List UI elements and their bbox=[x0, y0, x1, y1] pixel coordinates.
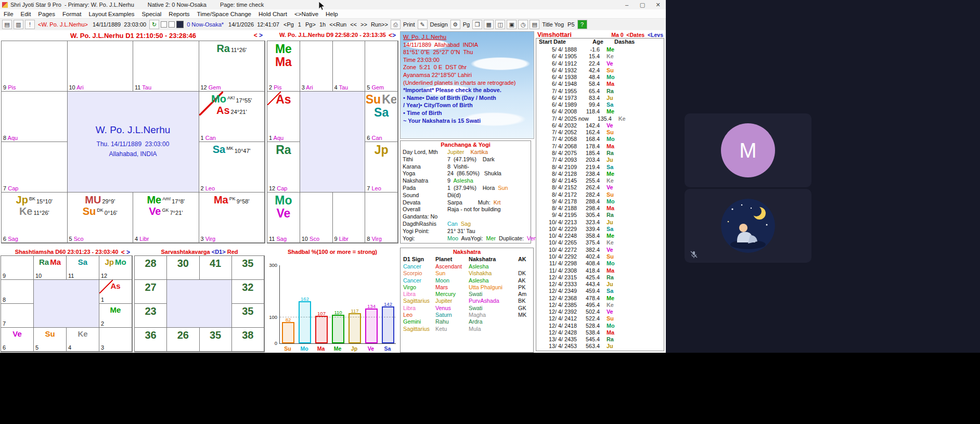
chart-cell-Leo[interactable]: SaMK10°47'2 Leo bbox=[199, 142, 265, 192]
help-icon[interactable]: ? bbox=[577, 20, 587, 29]
list-page-icon[interactable]: ▥ bbox=[14, 20, 23, 29]
dasha-row[interactable]: 5/ 4/ 1888-1.6Me bbox=[536, 46, 664, 53]
chart-cell-Can[interactable]: SuKeSa6 Can bbox=[365, 92, 398, 142]
chart-style-box[interactable] bbox=[176, 21, 184, 28]
print-button[interactable]: Print bbox=[403, 21, 415, 28]
chart-cell-Tau[interactable]: 4 Tau bbox=[333, 41, 366, 92]
dasha-row[interactable]: 6/ 4/ 194858.4Ma bbox=[536, 81, 664, 87]
dasha-row[interactable]: 10/ 4/ 2272382.4Ve bbox=[536, 247, 664, 253]
dasha-row[interactable]: 10/ 4/ 2229339.4Sa bbox=[536, 226, 664, 233]
chart-cell-Tau[interactable]: 11 Tau bbox=[133, 41, 199, 92]
menu-special[interactable]: Special bbox=[138, 10, 165, 18]
dasha-row[interactable]: 6/ 4/ 2008118.4Me bbox=[536, 108, 664, 115]
menu-native[interactable]: <>Native bbox=[291, 10, 322, 18]
chart-cell-Pis[interactable]: MeMa2 Pis bbox=[267, 41, 300, 92]
dasha-row[interactable]: 12/ 4/ 2315425.4Ra bbox=[536, 274, 664, 281]
document-icon[interactable]: ▤ bbox=[530, 20, 539, 29]
participant-tile-1[interactable]: M bbox=[685, 113, 811, 187]
chart-cell-Leo[interactable]: Jp7 Leo bbox=[365, 142, 398, 192]
secondary-native-selector[interactable]: 0 Now-Osaka* bbox=[187, 21, 224, 28]
image-icon[interactable]: ▣ bbox=[507, 20, 517, 29]
menu-timespacechange[interactable]: Time/Space Change bbox=[194, 10, 255, 18]
dasha-row[interactable]: 8/ 4/ 2128238.4Me bbox=[536, 171, 664, 177]
menu-edit[interactable]: Edit bbox=[17, 10, 35, 18]
chart-cell-Can[interactable]: MoAK!17°55'As24°21'1 Can bbox=[199, 92, 265, 142]
chart-cell-10[interactable]: 35 bbox=[200, 328, 232, 352]
design-button[interactable]: Design bbox=[430, 21, 448, 28]
chart-cell-Pis[interactable]: 9 Pis bbox=[2, 41, 68, 92]
chart-cell-2[interactable]: 41 bbox=[200, 256, 232, 280]
clock-icon[interactable]: ◷ bbox=[518, 20, 528, 29]
dasha-row[interactable]: 9/ 4/ 2178288.4Mo bbox=[536, 198, 664, 205]
title-bar[interactable]: Shri Jyoti Star 9 Pro - Primary: W. Po. … bbox=[0, 0, 666, 9]
step-interval-button[interactable]: 1h bbox=[319, 21, 326, 28]
dasha-row[interactable]: 11/ 4/ 2308418.4Ma bbox=[536, 267, 664, 274]
chart-cell-1[interactable]: As1 bbox=[99, 280, 132, 304]
dasha-row[interactable]: 13/ 4/ 2435545.4Ra bbox=[536, 336, 664, 343]
step-forward-button[interactable]: >> bbox=[360, 21, 367, 28]
participant-tile-2[interactable] bbox=[685, 189, 811, 263]
chart-cell-Sag[interactable]: MoVe11 Sag bbox=[267, 192, 300, 243]
chart-cell-11[interactable]: 38 bbox=[232, 328, 264, 352]
chart-cell-Sco[interactable]: 10 Sco bbox=[300, 192, 333, 243]
chart-cell-Gem[interactable]: 5 Gem bbox=[365, 41, 398, 92]
menu-reports[interactable]: Reports bbox=[165, 10, 193, 18]
chart-cell-9[interactable]: 9 bbox=[1, 256, 34, 280]
p5-button[interactable]: P5 bbox=[568, 21, 574, 28]
chart-cell-2[interactable]: Me2 bbox=[99, 304, 132, 328]
chart-cell-Libr[interactable]: MeAm!17°8'VeGK7°21'4 Libr bbox=[133, 192, 199, 243]
run-back-button[interactable]: <<Run bbox=[329, 21, 346, 28]
chart-cell-4[interactable]: 27 bbox=[135, 280, 167, 304]
d60-chart-nav[interactable]: < > bbox=[121, 249, 130, 256]
dasha-row[interactable]: 8/ 4/ 2172282.4Su bbox=[536, 191, 664, 198]
chart-cell-5[interactable]: 32 bbox=[232, 280, 264, 304]
dasha-row[interactable]: 12/ 4/ 2412522.4Su bbox=[536, 315, 664, 322]
chart-cell-8[interactable]: 8 bbox=[1, 280, 34, 304]
dasha-row[interactable]: 10/ 4/ 2265375.4Ke bbox=[536, 239, 664, 246]
dasha-row[interactable]: 8/ 4/ 2145255.4Ke bbox=[536, 177, 664, 184]
dasha-row[interactable]: 12/ 4/ 2418528.4Mo bbox=[536, 323, 664, 329]
print-icon[interactable]: ⎙ bbox=[391, 20, 401, 29]
minimize-button[interactable]: – bbox=[619, 2, 635, 8]
dasha-row[interactable]: 8/ 4/ 2075185.4Ra bbox=[536, 150, 664, 157]
page-next-button[interactable]: Pg> bbox=[305, 21, 316, 28]
maximize-button[interactable]: ▢ bbox=[635, 2, 650, 8]
design-icon[interactable]: ✎ bbox=[418, 20, 428, 29]
step-back-button[interactable]: << bbox=[350, 21, 357, 28]
chart-cell-Virg[interactable]: 8 Virg bbox=[365, 192, 398, 243]
chart-cell-Ari[interactable]: 3 Ari bbox=[300, 41, 333, 92]
chart-cell-6[interactable]: Ve6 bbox=[1, 328, 34, 352]
dasha-row[interactable]: 6/ 4/ 197383.4Ju bbox=[536, 95, 664, 101]
chart-cell-12[interactable]: JpMo12 bbox=[99, 256, 132, 280]
chart-cell-8[interactable]: 36 bbox=[135, 328, 167, 352]
dasha-row[interactable]: 6/ 4/ 198999.4Sa bbox=[536, 101, 664, 108]
chart-cell-3[interactable]: 35 bbox=[232, 256, 264, 280]
dasha-row[interactable]: 7/ 4/ 2068178.4Ma bbox=[536, 143, 664, 150]
chart-cell-Gem[interactable]: Ra11°26'12 Gem bbox=[199, 41, 265, 92]
primary-native-selector[interactable]: <W. Po. J.L.Nerhu> bbox=[38, 21, 88, 28]
dasha-row[interactable]: 7/ 4/ 2025now135.4Ke bbox=[536, 115, 664, 122]
dasha-row[interactable]: 6/ 4/ 2032142.4Ve bbox=[536, 122, 664, 129]
chart-cell-Cap[interactable]: Ra12 Cap bbox=[267, 142, 300, 192]
chart-cell-1[interactable]: 30 bbox=[167, 256, 199, 280]
toolbar-checkbox-2[interactable] bbox=[169, 21, 175, 28]
dasha-row[interactable]: 10/ 4/ 2292402.4Su bbox=[536, 253, 664, 260]
chart-cell-9[interactable]: 26 bbox=[167, 328, 199, 352]
dasha-row[interactable]: 8/ 4/ 2152262.4Ve bbox=[536, 184, 664, 191]
window-layout-icon[interactable]: ❒ bbox=[472, 20, 482, 29]
chart-cell-Virg[interactable]: MaPK9°58'3 Virg bbox=[199, 192, 265, 243]
chart-cell-6[interactable]: 23 bbox=[135, 304, 167, 328]
menu-format[interactable]: Format bbox=[59, 10, 85, 18]
chart-cell-0[interactable]: 28 bbox=[135, 256, 167, 280]
chart-cell-11[interactable]: Sa11 bbox=[67, 256, 99, 280]
chart-cell-5[interactable]: Su5 bbox=[34, 328, 67, 352]
refresh-icon[interactable]: ↻ bbox=[149, 20, 159, 29]
dasha-row[interactable]: 7/ 4/ 2058168.4Mo bbox=[536, 136, 664, 143]
chart-cell-7[interactable]: 35 bbox=[232, 304, 264, 328]
dasha-row[interactable]: 12/ 4/ 2333443.4Ju bbox=[536, 281, 664, 288]
dasha-row[interactable]: 12/ 4/ 2368478.4Me bbox=[536, 295, 664, 302]
vimshottari-controls[interactable]: Ma 0 <Dates <Levs bbox=[611, 32, 663, 38]
dasha-row[interactable]: 6/ 4/ 191222.4Ve bbox=[536, 60, 664, 67]
grid-icon[interactable]: ▦ bbox=[484, 20, 494, 29]
menu-holdchart[interactable]: Hold Chart bbox=[255, 10, 291, 18]
